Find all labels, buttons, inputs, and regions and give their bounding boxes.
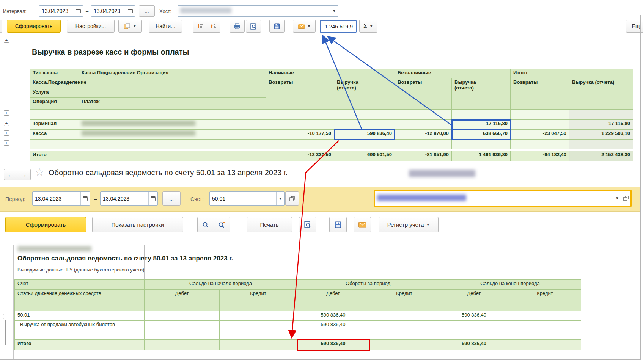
cell[interactable] bbox=[220, 340, 297, 350]
cell[interactable]: -94 182,40 bbox=[511, 151, 569, 161]
header-cell[interactable]: Возвраты bbox=[395, 78, 452, 110]
interval-to-value[interactable]: 13.04.2023 bbox=[91, 8, 126, 14]
cell-selected[interactable]: 590 836,40 bbox=[334, 130, 395, 140]
generate-button[interactable]: Сформировать bbox=[7, 20, 61, 33]
cell[interactable] bbox=[369, 350, 439, 360]
calendar-icon[interactable] bbox=[80, 192, 90, 205]
cell[interactable] bbox=[145, 311, 220, 321]
cell[interactable] bbox=[369, 340, 439, 350]
settings-button[interactable]: Настройки... bbox=[67, 20, 115, 33]
header-cell[interactable]: Выручка(отчета) bbox=[334, 78, 395, 110]
cell[interactable] bbox=[220, 350, 297, 360]
header-cell[interactable]: Возвраты bbox=[266, 78, 334, 110]
cell[interactable] bbox=[30, 140, 79, 149]
header-cell[interactable]: Касса.Подразделение.Организация bbox=[79, 69, 266, 78]
cell[interactable] bbox=[511, 140, 569, 149]
expand-button[interactable]: + bbox=[4, 110, 9, 116]
calendar-icon[interactable] bbox=[74, 6, 83, 16]
open-in-window-icon[interactable] bbox=[621, 191, 630, 206]
period-from-input[interactable]: 13.04.2023 bbox=[32, 191, 90, 206]
account-value[interactable]: 50.01 bbox=[210, 196, 276, 202]
cell-organization[interactable] bbox=[79, 120, 266, 130]
calendar-icon[interactable] bbox=[126, 6, 135, 16]
find-button[interactable]: Найти... bbox=[149, 20, 182, 33]
cell[interactable] bbox=[266, 120, 334, 130]
cell[interactable]: -12 870,00 bbox=[395, 130, 452, 140]
save-button[interactable] bbox=[269, 20, 285, 33]
account-combobox[interactable]: 50.01 ▼ bbox=[209, 191, 285, 206]
row-label[interactable]: Касса bbox=[30, 130, 79, 140]
row-label[interactable]: Итого bbox=[15, 340, 145, 350]
header-cell[interactable]: Кредит bbox=[220, 290, 297, 311]
interval-from-input[interactable]: 13.04.2023 bbox=[39, 5, 83, 17]
header-cell[interactable]: Обороты за период bbox=[297, 280, 439, 290]
autosum-field[interactable]: 1 246 619,9 bbox=[320, 20, 357, 33]
cell[interactable] bbox=[452, 140, 511, 149]
cell[interactable] bbox=[369, 311, 439, 321]
header-cell[interactable]: Безналичные bbox=[395, 69, 511, 78]
report-variants-button[interactable]: ▼ bbox=[118, 20, 142, 33]
cell[interactable]: 590 836,40 bbox=[297, 321, 369, 340]
cell[interactable] bbox=[509, 321, 581, 340]
cell[interactable]: 590 836,40 bbox=[439, 340, 509, 350]
generate-button[interactable]: Сформировать bbox=[5, 217, 86, 232]
header-cell[interactable]: Сальдо на конец периода bbox=[439, 280, 581, 290]
print-preview-button[interactable] bbox=[246, 20, 261, 33]
search-button[interactable] bbox=[197, 217, 214, 232]
cell[interactable]: -81 851,90 bbox=[395, 151, 452, 161]
header-cell[interactable]: Кредит bbox=[509, 290, 581, 311]
collapse-button[interactable]: − bbox=[3, 314, 8, 319]
expand-button[interactable]: + bbox=[4, 121, 9, 126]
cell[interactable]: 590 836,40 bbox=[297, 311, 369, 321]
save-button[interactable] bbox=[329, 217, 347, 232]
cell[interactable] bbox=[220, 311, 297, 321]
cell[interactable] bbox=[569, 110, 633, 120]
cell[interactable] bbox=[369, 321, 439, 340]
header-cell[interactable]: Выручка (отчета) bbox=[569, 78, 633, 110]
period-to-value[interactable]: 13.04.2023 bbox=[101, 196, 148, 202]
register-button[interactable]: Регистр учета▼ bbox=[379, 217, 439, 232]
print-button[interactable]: Печать bbox=[247, 217, 292, 232]
cell[interactable] bbox=[145, 340, 220, 350]
expand-button[interactable]: + bbox=[4, 130, 9, 136]
chevron-down-icon[interactable]: ▼ bbox=[276, 192, 284, 205]
cell-organization[interactable] bbox=[79, 130, 266, 140]
cell[interactable]: 590 836,40 bbox=[439, 311, 509, 321]
favorite-star-icon[interactable]: ☆ bbox=[35, 166, 44, 178]
cell[interactable] bbox=[439, 321, 509, 340]
cell[interactable] bbox=[334, 120, 395, 130]
row-label[interactable]: Итого bbox=[30, 151, 79, 161]
header-cell[interactable]: Кредит bbox=[369, 290, 439, 311]
show-settings-button[interactable]: Показать настройки bbox=[92, 217, 183, 232]
cell[interactable] bbox=[79, 151, 266, 161]
sum-function-button[interactable]: Σ ▼ bbox=[359, 20, 377, 33]
row-label[interactable]: 50.01 bbox=[15, 311, 145, 321]
sort-ascending-button[interactable] bbox=[206, 20, 220, 33]
cell[interactable]: 17 116,80 bbox=[569, 120, 633, 130]
header-cell[interactable]: Итого bbox=[511, 69, 633, 78]
header-cell[interactable]: Услуга bbox=[30, 88, 266, 98]
cell[interactable] bbox=[509, 340, 581, 350]
cell[interactable] bbox=[266, 110, 334, 120]
interval-from-value[interactable]: 13.04.2023 bbox=[39, 8, 74, 14]
period-more-button[interactable]: ... bbox=[162, 191, 181, 206]
cell[interactable] bbox=[509, 311, 581, 321]
header-cell[interactable]: Статьи движения денежных средств bbox=[15, 290, 145, 311]
header-cell[interactable]: Сальдо на начало периода bbox=[145, 280, 297, 290]
expand-button[interactable]: + bbox=[4, 38, 9, 43]
expand-button[interactable]: + bbox=[4, 140, 9, 146]
interval-to-input[interactable]: 13.04.2023 bbox=[91, 5, 135, 17]
period-to-input[interactable]: 13.04.2023 bbox=[100, 191, 158, 206]
host-combobox[interactable]: ▼ bbox=[178, 5, 338, 17]
row-label[interactable]: Терминал bbox=[30, 120, 79, 130]
calendar-icon[interactable] bbox=[148, 192, 157, 205]
cell[interactable] bbox=[439, 350, 509, 360]
cell[interactable]: 1 461 936,80 bbox=[452, 151, 511, 161]
cell[interactable] bbox=[452, 110, 511, 120]
cell-selected[interactable]: 638 666,70 bbox=[452, 130, 511, 140]
header-cell[interactable]: Операция bbox=[30, 98, 79, 110]
send-mail-button[interactable]: ▼ bbox=[293, 20, 316, 33]
cell[interactable] bbox=[334, 110, 395, 120]
header-cell[interactable]: Возвраты bbox=[511, 78, 569, 110]
header-cell[interactable]: Наличные bbox=[266, 69, 395, 78]
